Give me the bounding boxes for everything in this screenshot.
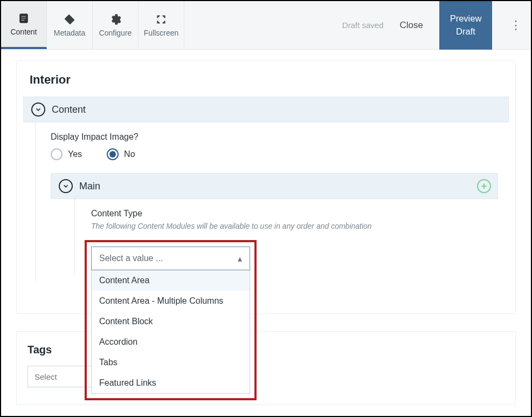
tab-label: Metadata (54, 29, 85, 37)
dropdown-option-content-area-multi[interactable]: Content Area - Multiple Columns (92, 291, 250, 311)
dropdown-option-featured-links[interactable]: Featured Links (92, 373, 250, 393)
tab-label: Configure (99, 29, 132, 37)
more-menu-button[interactable]: ⋮ (505, 18, 527, 32)
impact-image-radio-group: Yes No (51, 148, 498, 160)
tab-label: Fullscreen (144, 29, 179, 37)
caret-up-icon: ▴ (238, 254, 242, 264)
tab-metadata[interactable]: Metadata (47, 1, 93, 49)
svg-rect-3 (21, 19, 24, 20)
kebab-icon: ⋮ (510, 18, 522, 32)
main-section-header[interactable]: Main + (51, 173, 498, 199)
content-type-help: The following Content Modules will be av… (91, 222, 487, 230)
top-toolbar: Content Metadata Configure Fullscreen (1, 1, 531, 50)
dropdown-option-content-block[interactable]: Content Block (92, 311, 250, 332)
radio-no[interactable]: No (107, 148, 135, 160)
interior-panel: Interior Content Display Impact Image? Y… (16, 60, 516, 314)
radio-label: No (124, 149, 135, 159)
section-title: Main (79, 181, 100, 192)
fullscreen-icon (155, 13, 167, 25)
document-icon (18, 12, 30, 24)
dropdown-option-content-area[interactable]: Content Area (92, 270, 250, 291)
radio-yes[interactable]: Yes (51, 148, 82, 160)
dropdown-option-accordion[interactable]: Accordion (92, 332, 250, 352)
page-title: Interior (17, 61, 515, 97)
content-section-header[interactable]: Content (23, 97, 509, 122)
tab-configure[interactable]: Configure (93, 1, 139, 49)
svg-rect-1 (21, 16, 26, 17)
dropdown-option-tabs[interactable]: Tabs (92, 352, 250, 373)
content-type-label: Content Type (91, 209, 487, 218)
chevron-down-icon (31, 102, 45, 117)
content-type-dropdown: Content Area Content Area - Multiple Col… (91, 270, 250, 394)
impact-image-label: Display Impact Image? (51, 132, 498, 142)
tab-content[interactable]: Content (1, 1, 47, 49)
svg-rect-2 (21, 18, 26, 19)
select-placeholder: Select a value ... (99, 254, 163, 263)
draft-status: Draft saved (342, 20, 384, 30)
gear-icon (109, 13, 121, 25)
content-type-select[interactable]: Select a value ... ▴ (91, 247, 250, 270)
close-button[interactable]: Close (397, 16, 426, 35)
tool-tabs: Content Metadata Configure Fullscreen (1, 1, 184, 49)
tab-label: Content (10, 28, 37, 36)
section-title: Content (52, 104, 86, 115)
add-main-button[interactable]: + (477, 179, 491, 193)
chevron-down-icon (59, 179, 73, 193)
preview-draft-button[interactable]: Preview Draft (439, 1, 492, 50)
radio-label: Yes (68, 149, 82, 159)
svg-point-4 (67, 17, 68, 18)
tag-icon (64, 13, 75, 25)
tab-fullscreen[interactable]: Fullscreen (139, 1, 184, 49)
plus-icon: + (481, 181, 487, 192)
